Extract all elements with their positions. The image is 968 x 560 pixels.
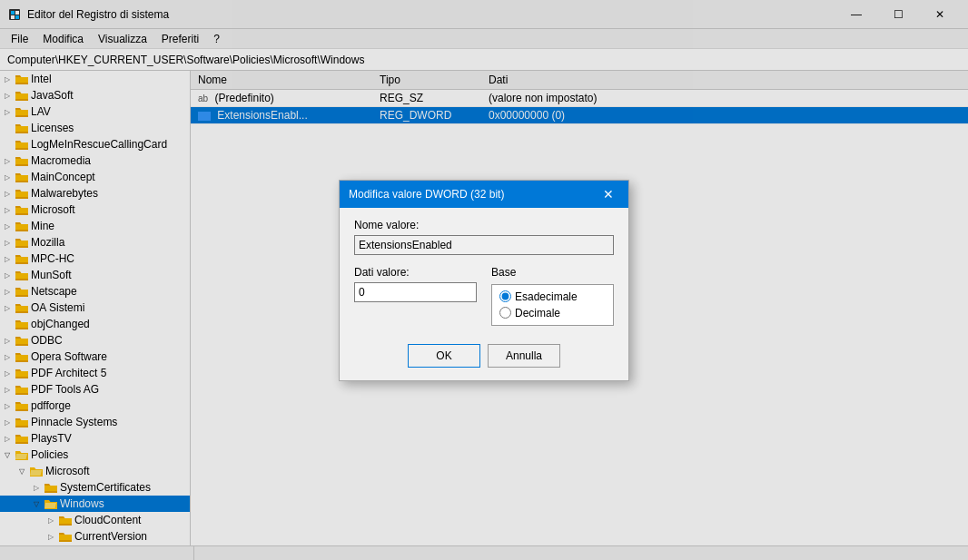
radio-dec-input[interactable] [499, 307, 511, 319]
dialog-close-button[interactable]: ✕ [598, 183, 619, 205]
radio-decimale[interactable]: Decimale [499, 307, 606, 319]
modal-overlay: Modifica valore DWORD (32 bit) ✕ Nome va… [0, 0, 968, 560]
base-section: Base Esadecimale Decimale [491, 266, 614, 326]
base-label: Base [491, 266, 614, 279]
radio-hex-label: Esadecimale [515, 290, 578, 303]
dialog-dword: Modifica valore DWORD (32 bit) ✕ Nome va… [339, 180, 629, 381]
nome-valore-label: Nome valore: [354, 219, 614, 231]
value-section: Dati valore: [354, 266, 477, 302]
radio-dec-label: Decimale [515, 307, 560, 319]
dialog-footer: OK Annulla [340, 337, 628, 380]
radio-esadecimale[interactable]: Esadecimale [499, 290, 606, 303]
dialog-body: Nome valore: Dati valore: Base Esadecima… [340, 208, 628, 337]
dati-valore-label: Dati valore: [354, 266, 477, 279]
dialog-title: Modifica valore DWORD (32 bit) [349, 188, 504, 201]
ok-button[interactable]: OK [408, 344, 480, 368]
radio-hex-input[interactable] [499, 290, 511, 302]
dialog-title-bar: Modifica valore DWORD (32 bit) ✕ [340, 181, 628, 208]
cancel-button[interactable]: Annulla [488, 344, 560, 368]
radio-group: Esadecimale Decimale [491, 284, 614, 326]
nome-valore-input[interactable] [354, 235, 614, 255]
dialog-row: Dati valore: Base Esadecimale Decimale [354, 266, 614, 326]
dati-valore-input[interactable] [354, 282, 477, 302]
